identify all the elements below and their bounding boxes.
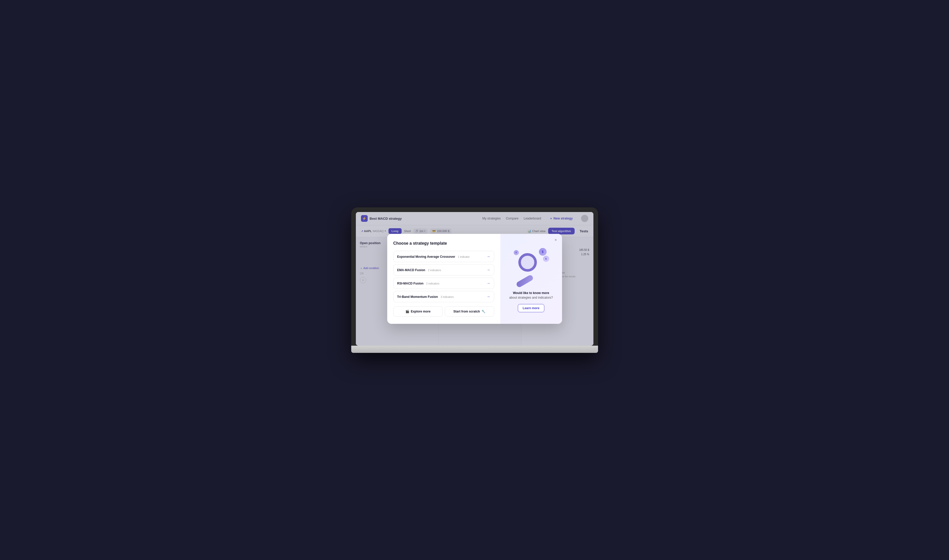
close-modal-button[interactable]: × bbox=[553, 237, 559, 243]
modal-right-panel: × $ $ $ Would like to know more about st… bbox=[500, 234, 562, 324]
coin-3: $ bbox=[514, 250, 519, 255]
template-list: Exponential Moving Average Crossover 1 i… bbox=[393, 251, 494, 302]
coin-1: $ bbox=[539, 248, 547, 256]
template-arrow-0: → bbox=[487, 254, 490, 258]
template-item-0[interactable]: Exponential Moving Average Crossover 1 i… bbox=[393, 251, 494, 262]
template-arrow-3: → bbox=[487, 294, 490, 298]
app-container: ⚡ Best MACD strategy My strategies Compa… bbox=[356, 212, 593, 346]
explore-icon: 🎬 bbox=[405, 310, 409, 313]
explore-more-button[interactable]: 🎬 Explore more bbox=[393, 306, 443, 317]
magnifier-handle bbox=[516, 274, 534, 288]
modal-title: Choose a strategy template bbox=[393, 241, 494, 246]
coin-2: $ bbox=[543, 256, 549, 262]
learn-more-button[interactable]: Learn more bbox=[518, 304, 544, 312]
template-item-2[interactable]: RSI-MACD Fusion 2 indicators → bbox=[393, 278, 494, 289]
laptop-base bbox=[351, 346, 598, 353]
modal-bottom-row: 🎬 Explore more Start from scratch 🔧 bbox=[393, 306, 494, 317]
modal-overlay[interactable]: Choose a strategy template Exponential M… bbox=[356, 212, 593, 346]
tools-icon: 🔧 bbox=[482, 310, 485, 313]
template-item-1[interactable]: EMA-MACD Fusion 2 indicators → bbox=[393, 264, 494, 275]
template-arrow-2: → bbox=[487, 281, 490, 285]
strategy-illustration: $ $ $ bbox=[511, 245, 552, 286]
strategy-template-modal: Choose a strategy template Exponential M… bbox=[387, 234, 562, 324]
start-from-scratch-button[interactable]: Start from scratch 🔧 bbox=[445, 306, 494, 317]
laptop-frame: ⚡ Best MACD strategy My strategies Compa… bbox=[351, 208, 598, 353]
laptop-screen: ⚡ Best MACD strategy My strategies Compa… bbox=[356, 212, 593, 346]
modal-right-description: Would like to know more about strategies… bbox=[509, 291, 553, 300]
template-item-3[interactable]: Tri-Band Momentum Fusion 3 indicators → bbox=[393, 291, 494, 302]
template-name-3: Tri-Band Momentum Fusion 3 indicators bbox=[397, 294, 454, 299]
modal-left-panel: Choose a strategy template Exponential M… bbox=[387, 234, 500, 324]
template-name-1: EMA-MACD Fusion 2 indicators bbox=[397, 268, 441, 272]
template-name-0: Exponential Moving Average Crossover 1 i… bbox=[397, 254, 470, 259]
template-name-2: RSI-MACD Fusion 2 indicators bbox=[397, 281, 439, 286]
magnifier-circle bbox=[518, 253, 537, 272]
laptop-notch bbox=[459, 208, 490, 212]
template-arrow-1: → bbox=[487, 268, 490, 272]
